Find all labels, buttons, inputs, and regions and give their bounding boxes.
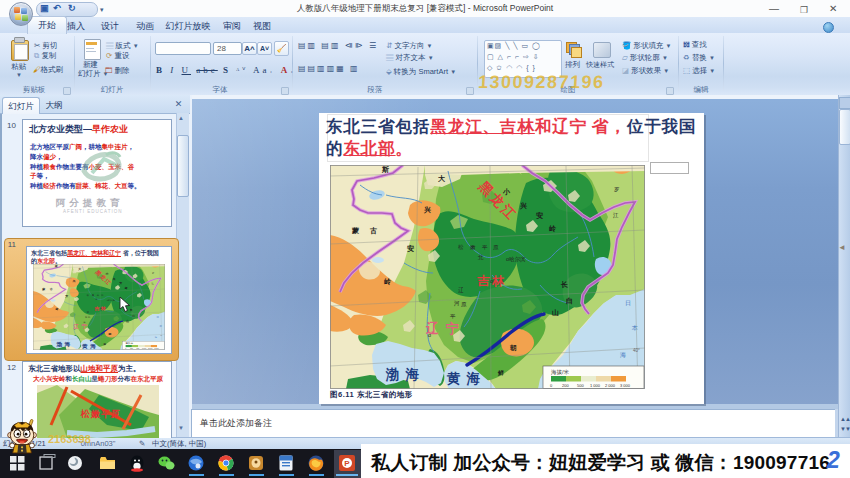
svg-text:松嫩平原: 松嫩平原 — [80, 409, 121, 419]
svg-text:P: P — [344, 459, 350, 468]
